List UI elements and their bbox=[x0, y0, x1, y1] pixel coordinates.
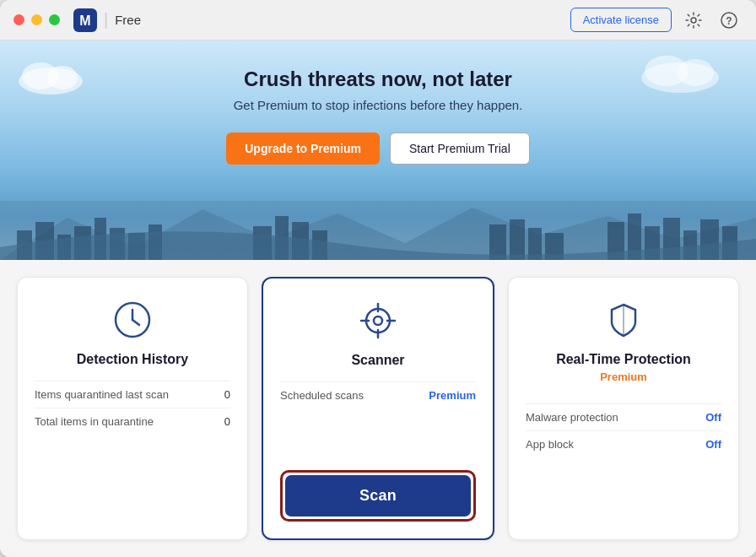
real-time-protection-title: Real-Time Protection bbox=[556, 352, 691, 367]
scanner-rows: Scheduled scans Premium bbox=[280, 381, 476, 457]
svg-rect-25 bbox=[510, 219, 525, 260]
detection-history-rows: Items quarantined last scan 0 Total item… bbox=[35, 381, 230, 522]
svg-text:?: ? bbox=[726, 15, 732, 27]
brand-plan: Free bbox=[115, 13, 141, 27]
svg-point-5 bbox=[19, 68, 83, 95]
svg-point-39 bbox=[374, 316, 382, 325]
app-brand: M | Free bbox=[73, 8, 570, 32]
malware-protection-value: Off bbox=[705, 411, 721, 424]
cloud-left-top bbox=[17, 57, 84, 95]
start-premium-trial-button[interactable]: Start Premium Trial bbox=[390, 132, 530, 165]
help-button[interactable]: ? bbox=[716, 7, 742, 34]
svg-point-8 bbox=[641, 62, 719, 93]
svg-point-7 bbox=[47, 66, 78, 89]
scanner-title: Scanner bbox=[351, 353, 404, 368]
svg-point-10 bbox=[677, 59, 714, 86]
card-row: App block Off bbox=[526, 430, 721, 457]
scheduled-scans-value: Premium bbox=[429, 389, 476, 402]
crosshair-icon bbox=[356, 299, 400, 343]
total-quarantine-value: 0 bbox=[224, 415, 230, 428]
cards-section: Detection History Items quarantined last… bbox=[0, 260, 756, 557]
hero-buttons: Upgrade to Premium Start Premium Trial bbox=[226, 132, 530, 165]
activate-license-button[interactable]: Activate license bbox=[570, 8, 672, 32]
svg-point-6 bbox=[22, 62, 59, 89]
app-block-value: Off bbox=[705, 438, 721, 451]
hero-banner: Crush threats now, not later Get Premium… bbox=[0, 41, 756, 260]
gear-icon bbox=[685, 12, 702, 29]
city-skyline bbox=[0, 201, 756, 260]
maximize-button[interactable] bbox=[49, 14, 60, 25]
svg-line-37 bbox=[132, 320, 139, 325]
detection-history-title: Detection History bbox=[77, 352, 188, 367]
card-row: Items quarantined last scan 0 bbox=[35, 381, 230, 408]
scan-button[interactable]: Scan bbox=[285, 475, 471, 516]
quarantine-last-scan-label: Items quarantined last scan bbox=[35, 388, 169, 401]
minimize-button[interactable] bbox=[31, 14, 42, 25]
traffic-lights bbox=[14, 14, 60, 25]
hero-subtitle: Get Premium to stop infections before th… bbox=[234, 98, 523, 112]
upgrade-to-premium-button[interactable]: Upgrade to Premium bbox=[226, 132, 380, 165]
brand-logo-icon: M bbox=[73, 8, 97, 32]
app-block-label: App block bbox=[526, 438, 574, 451]
app-window: M | Free Activate license ? Crush threa bbox=[0, 0, 756, 557]
card-row: Malware protection Off bbox=[526, 403, 721, 430]
malware-protection-label: Malware protection bbox=[526, 411, 618, 424]
real-time-protection-rows: Malware protection Off App block Off bbox=[526, 403, 721, 522]
svg-text:M: M bbox=[79, 14, 90, 28]
detection-history-card: Detection History Items quarantined last… bbox=[17, 277, 248, 540]
card-row: Scheduled scans Premium bbox=[280, 381, 476, 408]
quarantine-last-scan-value: 0 bbox=[224, 388, 230, 401]
close-button[interactable] bbox=[14, 14, 24, 25]
title-bar: M | Free Activate license ? bbox=[0, 0, 756, 41]
svg-rect-24 bbox=[489, 224, 506, 260]
clock-icon bbox=[111, 298, 154, 342]
brand-divider: | bbox=[104, 10, 108, 30]
scanner-card: Scanner Scheduled scans Premium Scan bbox=[262, 277, 494, 540]
hero-title: Crush threats now, not later bbox=[244, 68, 512, 91]
title-bar-actions: Activate license ? bbox=[570, 7, 742, 34]
settings-button[interactable] bbox=[680, 7, 707, 34]
real-time-protection-badge: Premium bbox=[600, 370, 647, 383]
card-row: Total items in quarantine 0 bbox=[35, 408, 230, 435]
shield-icon bbox=[602, 298, 645, 342]
total-quarantine-label: Total items in quarantine bbox=[35, 415, 154, 428]
scan-button-wrapper: Scan bbox=[280, 470, 476, 522]
real-time-protection-card: Real-Time Protection Premium Malware pro… bbox=[508, 277, 739, 540]
scheduled-scans-label: Scheduled scans bbox=[280, 389, 364, 402]
svg-point-9 bbox=[645, 56, 688, 86]
svg-point-2 bbox=[691, 18, 696, 23]
cloud-right-top bbox=[638, 49, 722, 95]
help-icon: ? bbox=[721, 12, 737, 29]
